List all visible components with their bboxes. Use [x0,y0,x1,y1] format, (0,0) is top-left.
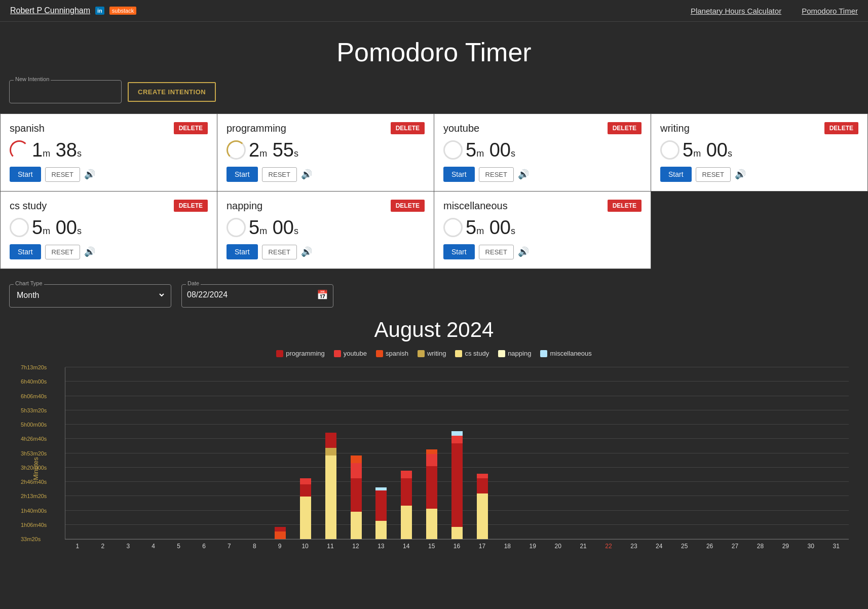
card-title-youtube: youtube [443,123,479,134]
volume-icon-cs-study[interactable]: 🔊 [84,246,95,257]
card-header-miscellaneous: miscellaneous DELETE [443,200,641,212]
new-intention-input[interactable] [15,83,116,99]
bar-stack [451,431,463,539]
bar-segment [451,431,463,436]
volume-icon-spanish[interactable]: 🔊 [84,169,95,180]
bar-group [65,367,91,539]
start-button-cs-study[interactable]: Start [10,244,41,259]
bar-group [697,367,723,539]
delete-button-spanish[interactable]: DELETE [174,122,208,134]
card-title-miscellaneous: miscellaneous [443,200,508,212]
y-tick: 5h00m00s [21,422,47,428]
legend-item: spanish [376,350,408,357]
bar-stack [375,487,387,539]
calendar-icon[interactable]: 📅 [317,289,328,300]
delete-button-miscellaneous[interactable]: DELETE [608,200,641,212]
bar-segment [275,531,286,539]
legend-item: cs study [455,350,489,357]
bar-segment [477,474,488,478]
start-button-napping[interactable]: Start [227,244,258,259]
pomodoro-timer-link[interactable]: Pomodoro Timer [802,7,858,15]
bar-group [596,367,621,539]
timer-circle-writing [660,140,680,160]
reset-button-writing[interactable]: RESET [696,167,731,182]
reset-button-napping[interactable]: RESET [262,245,297,259]
x-tick: 8 [242,543,267,550]
delete-button-cs-study[interactable]: DELETE [174,200,208,212]
substack-icon[interactable]: substack [109,7,136,15]
bar-group [773,367,799,539]
reset-button-programming[interactable]: RESET [262,167,297,182]
header-left: Robert P Cunningham in substack [10,6,136,15]
legend-item: miscellaneous [540,350,591,357]
x-tick: 21 [571,543,596,550]
bar-segment [451,436,463,443]
x-tick: 9 [267,543,292,550]
volume-icon-programming[interactable]: 🔊 [301,169,312,180]
x-tick: 23 [621,543,647,550]
reset-button-miscellaneous[interactable]: RESET [479,245,514,259]
timer-time-cs-study: 5m 00s [32,218,82,237]
timer-card-youtube: youtube DELETE 5m 00s Start RESET 🔊 [434,114,651,192]
volume-icon-writing[interactable]: 🔊 [735,169,746,180]
start-button-writing[interactable]: Start [660,167,692,182]
linkedin-icon[interactable]: in [95,7,104,15]
x-tick: 3 [116,543,141,550]
bar-group [141,367,167,539]
y-tick: 2h13m20s [21,493,47,499]
timer-controls-napping: Start RESET 🔊 [227,244,425,259]
x-tick: 17 [470,543,495,550]
bar-segment [426,449,437,454]
timer-time-writing: 5m 00s [683,140,732,160]
bar-segment [300,497,311,539]
date-label: Date [186,280,201,286]
planetary-hours-link[interactable]: Planetary Hours Calculator [691,7,781,15]
start-button-programming[interactable]: Start [227,167,258,182]
start-button-miscellaneous[interactable]: Start [443,244,475,259]
timer-circle-miscellaneous [443,218,463,237]
bar-group [495,367,520,539]
y-tick: 33m20s [21,536,41,542]
chart-legend: programmingyoutubespanishwritingcs study… [9,350,859,357]
y-tick: 3h20m00s [21,465,47,471]
y-tick: 1h40m00s [21,508,47,514]
legend-item: programming [276,350,325,357]
chart-type-select[interactable]: DayWeekMonthYear [15,287,166,303]
delete-button-writing[interactable]: DELETE [824,122,858,134]
start-button-youtube[interactable]: Start [443,167,475,182]
create-intention-button[interactable]: CREATE INTENTION [128,82,216,102]
bar-group [798,367,823,539]
start-button-spanish[interactable]: Start [10,167,41,182]
date-input-row: 📅 [187,287,328,303]
legend-color [540,350,547,357]
x-tick: 22 [596,543,621,550]
timer-time-spanish: 1m 38s [32,140,82,160]
x-tick: 7 [216,543,242,550]
bar-group [748,367,773,539]
author-name[interactable]: Robert P Cunningham [10,6,90,15]
volume-icon-napping[interactable]: 🔊 [301,246,312,257]
delete-button-napping[interactable]: DELETE [391,200,425,212]
bar-segment [375,490,387,521]
intention-label: New Intention [14,76,51,82]
card-header-youtube: youtube DELETE [443,122,641,134]
bar-group [444,367,470,539]
delete-button-youtube[interactable]: DELETE [608,122,641,134]
delete-button-programming[interactable]: DELETE [391,122,425,134]
header: Robert P Cunningham in substack Planetar… [0,0,868,22]
bar-group [394,367,419,539]
volume-icon-youtube[interactable]: 🔊 [518,169,529,180]
reset-button-spanish[interactable]: RESET [45,167,80,182]
legend-item: writing [418,350,446,357]
bar-group [520,367,546,539]
timer-circle-cs-study [10,218,29,237]
volume-icon-miscellaneous[interactable]: 🔊 [518,246,529,257]
bar-segment [426,466,437,509]
x-tick: 10 [292,543,318,550]
reset-button-youtube[interactable]: RESET [479,167,514,182]
date-input[interactable] [187,287,298,303]
timer-display-writing: 5m 00s [660,140,858,160]
reset-button-cs-study[interactable]: RESET [45,245,80,259]
chart-container: Minutes 7h13m20s6h40m00s6h06m40s5h33m20s… [19,367,849,570]
bars-area [65,367,849,539]
